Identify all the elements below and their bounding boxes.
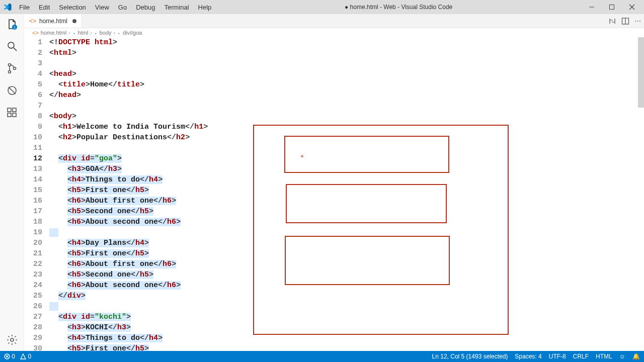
menu-selection[interactable]: Selection	[55, 3, 90, 12]
menu-bar: File Edit Selection View Go Debug Termin…	[15, 3, 215, 12]
code-line[interactable]: <title>Home</title>	[49, 79, 639, 90]
breadcrumb-part[interactable]: body	[100, 30, 112, 36]
vscode-logo-icon	[3, 3, 12, 12]
element-icon: ⬩	[94, 30, 98, 36]
line-number: 8	[24, 111, 42, 122]
line-number: 22	[24, 259, 42, 269]
chevron-right-icon: ›	[90, 30, 92, 36]
activity-bar: 1	[0, 14, 24, 351]
line-number: 3	[24, 58, 42, 69]
svg-rect-17	[13, 113, 16, 117]
annotation-box-2	[286, 184, 447, 223]
svg-rect-1	[610, 5, 614, 10]
tabs-bar: <> home.html ⋯	[0, 14, 644, 28]
code-line[interactable]: <html>	[49, 48, 639, 58]
line-number: 13	[24, 164, 42, 174]
title-bar: File Edit Selection View Go Debug Termin…	[0, 0, 644, 14]
status-errors[interactable]: 0	[4, 353, 15, 360]
line-number-gutter: 1234567891011121314151617181920212223242…	[24, 37, 49, 351]
line-number: 14	[24, 174, 42, 185]
line-number: 5	[24, 79, 42, 90]
svg-point-11	[8, 71, 11, 73]
status-encoding[interactable]: UTF-8	[549, 353, 566, 360]
svg-rect-16	[8, 113, 11, 117]
minimize-button[interactable]	[582, 0, 602, 14]
svg-rect-18	[13, 108, 16, 112]
close-button[interactable]	[622, 0, 642, 14]
code-line[interactable]: <!DOCTYPE html>	[49, 37, 639, 48]
dirty-indicator-icon	[72, 19, 76, 23]
line-number: 24	[24, 280, 42, 291]
html-file-icon: <>	[32, 30, 39, 36]
more-actions-icon[interactable]: ⋯	[634, 17, 641, 25]
extensions-icon[interactable]	[6, 107, 18, 119]
svg-point-12	[13, 67, 16, 70]
line-number: 16	[24, 196, 42, 206]
explorer-icon[interactable]: 1	[6, 18, 18, 30]
line-number: 9	[24, 122, 42, 132]
code-line[interactable]: </head>	[49, 90, 639, 101]
line-number: 25	[24, 291, 42, 301]
line-number: 17	[24, 206, 42, 217]
menu-debug[interactable]: Debug	[132, 3, 159, 12]
breadcrumb[interactable]: <> home.html › ⬩ html › ⬩ body › ⬩ div#g…	[24, 28, 644, 37]
menu-go[interactable]: Go	[114, 3, 131, 12]
code-line[interactable]: <h5>First one</h5>	[49, 343, 639, 351]
line-number: 7	[24, 101, 42, 111]
code-line[interactable]: <head>	[49, 69, 639, 79]
line-number: 28	[24, 322, 42, 333]
split-editor-icon[interactable]	[621, 17, 629, 25]
status-warnings[interactable]: 0	[20, 353, 31, 360]
status-indentation[interactable]: Spaces: 4	[515, 353, 541, 360]
svg-point-10	[8, 64, 11, 66]
breadcrumb-part[interactable]: html	[78, 30, 89, 36]
debug-icon[interactable]	[6, 84, 18, 97]
breadcrumb-part[interactable]: div#goa	[123, 30, 142, 36]
compare-changes-icon[interactable]	[608, 17, 616, 25]
menu-edit[interactable]: Edit	[35, 3, 54, 12]
maximize-button[interactable]	[602, 0, 622, 14]
status-cursor-position[interactable]: Ln 12, Col 5 (1493 selected)	[432, 353, 508, 360]
status-feedback-icon[interactable]: ☺	[619, 353, 625, 360]
line-number: 2	[24, 48, 42, 58]
line-number: 4	[24, 69, 42, 79]
minimap-scrollbar[interactable]	[638, 37, 644, 108]
code-line[interactable]: <body>	[49, 111, 639, 122]
line-number: 27	[24, 312, 42, 322]
line-number: 12	[24, 153, 42, 164]
tab-label: home.html	[39, 18, 67, 25]
status-language[interactable]: HTML	[596, 353, 612, 360]
menu-terminal[interactable]: Terminal	[160, 3, 193, 12]
code-line[interactable]	[49, 101, 639, 111]
line-number: 6	[24, 90, 42, 101]
chevron-right-icon: ›	[68, 30, 70, 36]
tab-home-html[interactable]: <> home.html	[24, 14, 82, 28]
search-icon[interactable]	[6, 40, 18, 52]
svg-point-8	[8, 42, 14, 48]
line-number: 10	[24, 132, 42, 143]
window-title: ● home.html - Web - Visual Studio Code	[215, 4, 582, 11]
source-control-icon[interactable]	[6, 62, 18, 74]
line-number: 23	[24, 269, 42, 280]
annotation-plus-icon: +	[300, 153, 304, 160]
svg-rect-15	[8, 108, 11, 112]
code-line[interactable]	[49, 58, 639, 69]
element-icon: ⬩	[72, 30, 76, 36]
line-number: 29	[24, 333, 42, 343]
annotation-box-1	[284, 136, 449, 173]
menu-file[interactable]: File	[15, 3, 34, 12]
chevron-right-icon: ›	[114, 30, 115, 36]
status-notifications-icon[interactable]: 🔔	[632, 353, 640, 360]
menu-help[interactable]: Help	[194, 3, 216, 12]
line-number: 20	[24, 238, 42, 248]
svg-line-14	[9, 87, 16, 94]
element-icon: ⬩	[117, 30, 121, 36]
status-bar: 0 0 Ln 12, Col 5 (1493 selected) Spaces:…	[0, 351, 644, 362]
status-eol[interactable]: CRLF	[573, 353, 589, 360]
line-number: 30	[24, 343, 42, 351]
settings-gear-icon[interactable]	[6, 334, 18, 346]
line-number: 19	[24, 227, 42, 238]
html-file-icon: <>	[29, 18, 36, 25]
breadcrumb-file[interactable]: home.html	[41, 30, 66, 36]
menu-view[interactable]: View	[91, 3, 113, 12]
